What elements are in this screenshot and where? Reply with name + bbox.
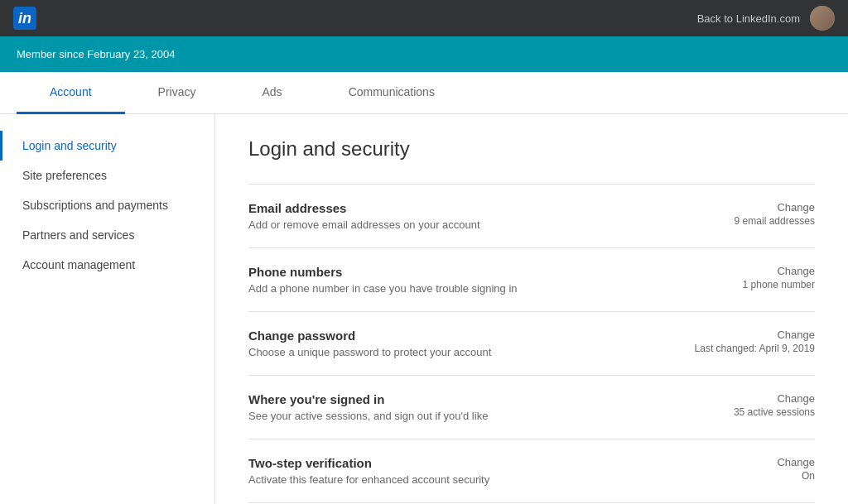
password-meta: Last changed: April 9, 2019 bbox=[695, 343, 815, 354]
sidebar-item-account-management[interactable]: Account management bbox=[0, 250, 214, 280]
change-password-desc: Choose a unique password to protect your… bbox=[248, 346, 695, 358]
phone-numbers-desc: Add a phone number in case you have trou… bbox=[248, 282, 716, 295]
email-addresses-title: Email addresses bbox=[248, 201, 716, 215]
two-step-change-link[interactable]: Change bbox=[716, 456, 815, 468]
settings-row-email-right: Change 9 email addresses bbox=[716, 201, 815, 227]
email-meta: 9 email addresses bbox=[716, 215, 815, 227]
sidebar-item-site-preferences[interactable]: Site preferences bbox=[0, 161, 214, 190]
settings-row-phone: Phone numbers Add a phone number in case… bbox=[248, 247, 815, 311]
two-step-meta: On bbox=[716, 470, 815, 482]
settings-row-2fa-left: Two-step verification Activate this feat… bbox=[248, 456, 716, 486]
sessions-desc: See your active sessions, and sign out i… bbox=[248, 410, 716, 422]
settings-row-phone-left: Phone numbers Add a phone number in case… bbox=[248, 265, 716, 295]
settings-row-password-right: Change Last changed: April 9, 2019 bbox=[695, 329, 815, 354]
main-content: Login and security Email addresses Add o… bbox=[215, 114, 848, 504]
tab-ads[interactable]: Ads bbox=[229, 72, 316, 114]
phone-meta: 1 phone number bbox=[716, 279, 815, 290]
sidebar-item-login-security[interactable]: Login and security bbox=[0, 131, 214, 161]
settings-row-sessions: Where you're signed in See your active s… bbox=[248, 375, 815, 439]
settings-row-password: Change password Choose a unique password… bbox=[248, 311, 815, 375]
settings-row-sessions-left: Where you're signed in See your active s… bbox=[248, 392, 716, 422]
member-banner: Member since February 23, 2004 bbox=[0, 36, 848, 72]
settings-row-email: Email addresses Add or remove email addr… bbox=[248, 184, 815, 247]
main-layout: Login and security Site preferences Subs… bbox=[0, 114, 848, 504]
sidebar-item-subscriptions[interactable]: Subscriptions and payments bbox=[0, 190, 214, 220]
top-navbar: in Back to LinkedIn.com bbox=[0, 0, 848, 36]
email-addresses-desc: Add or remove email addresses on your ac… bbox=[248, 218, 716, 231]
back-to-linkedin-link[interactable]: Back to LinkedIn.com bbox=[697, 12, 800, 25]
settings-row-2fa: Two-step verification Activate this feat… bbox=[248, 439, 815, 503]
password-change-link[interactable]: Change bbox=[695, 329, 815, 341]
member-since-text: Member since February 23, 2004 bbox=[17, 48, 175, 60]
settings-row-2fa-right: Change On bbox=[716, 456, 815, 482]
tab-account[interactable]: Account bbox=[17, 72, 125, 114]
avatar-image bbox=[810, 6, 835, 31]
phone-change-link[interactable]: Change bbox=[716, 265, 815, 277]
tab-privacy[interactable]: Privacy bbox=[125, 72, 229, 114]
linkedin-logo[interactable]: in bbox=[13, 7, 36, 30]
avatar[interactable] bbox=[810, 6, 835, 31]
phone-numbers-title: Phone numbers bbox=[248, 265, 716, 279]
page-title: Login and security bbox=[248, 137, 815, 161]
sessions-meta: 35 active sessions bbox=[716, 406, 815, 418]
settings-row-password-left: Change password Choose a unique password… bbox=[248, 329, 695, 358]
two-step-desc: Activate this feature for enhanced accou… bbox=[248, 473, 716, 486]
sessions-title: Where you're signed in bbox=[248, 392, 716, 406]
sessions-change-link[interactable]: Change bbox=[716, 392, 815, 405]
email-change-link[interactable]: Change bbox=[716, 201, 815, 214]
two-step-title: Two-step verification bbox=[248, 456, 716, 470]
tab-navigation: Account Privacy Ads Communications bbox=[0, 72, 848, 114]
settings-row-email-left: Email addresses Add or remove email addr… bbox=[248, 201, 716, 231]
top-nav-right: Back to LinkedIn.com bbox=[697, 6, 835, 31]
tab-communications[interactable]: Communications bbox=[316, 72, 468, 114]
sidebar-item-partners[interactable]: Partners and services bbox=[0, 220, 214, 250]
sidebar: Login and security Site preferences Subs… bbox=[0, 114, 215, 504]
change-password-title: Change password bbox=[248, 329, 695, 343]
settings-row-phone-right: Change 1 phone number bbox=[716, 265, 815, 290]
settings-row-sessions-right: Change 35 active sessions bbox=[716, 392, 815, 418]
